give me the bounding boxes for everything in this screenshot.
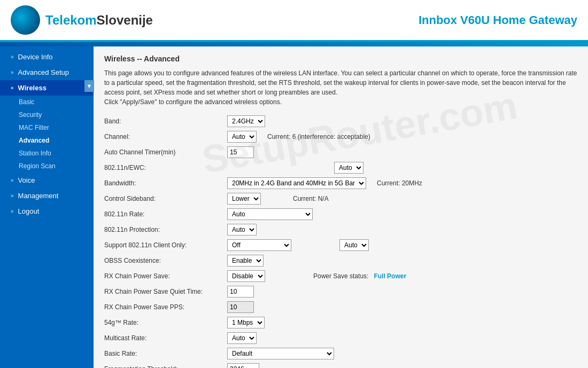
- sidebar-item-logout[interactable]: » Logout: [0, 203, 94, 219]
- arrow-icon: »: [11, 177, 14, 183]
- ewc-select[interactable]: Auto: [334, 162, 363, 174]
- arrow-icon: »: [11, 85, 14, 91]
- obss-label: OBSS Coexistence:: [104, 257, 227, 264]
- basic-rate-select[interactable]: Default: [227, 348, 334, 359]
- logo-icon: [11, 5, 40, 35]
- rx-chain-select[interactable]: Disable: [227, 270, 265, 282]
- bandwidth-label: Bandwidth:: [104, 179, 227, 187]
- logo-area: TelekomSlovenije: [11, 5, 153, 35]
- rx-quiet-input[interactable]: [227, 286, 254, 297]
- rate-54g-row: 54g™ Rate: 1 Mbps: [104, 316, 577, 329]
- frag-label: Fragmentation Threshold:: [104, 365, 227, 368]
- page-description: This page allows you to configure advanc…: [104, 68, 577, 107]
- auto-channel-input[interactable]: [227, 146, 254, 158]
- header-title: Innbox V60U Home Gateway: [419, 13, 577, 27]
- channel-label: Channel:: [104, 133, 227, 140]
- frag-row: Fragmentation Threshold:: [104, 363, 577, 368]
- multicast-row: Multicast Rate: Auto: [104, 332, 577, 344]
- rate-54g-label: 54g™ Rate:: [104, 319, 227, 326]
- ewc-control: Auto: [227, 162, 577, 174]
- sidebar-label-security: Security: [19, 111, 42, 119]
- rx-pps-input[interactable]: [227, 301, 254, 313]
- band-select[interactable]: 2.4GHz: [227, 115, 265, 127]
- sidebar-sub-region-scan[interactable]: Region Scan: [0, 160, 94, 173]
- bandwidth-row: Bandwidth: 20MHz in 2.4G Band and 40MHz …: [104, 177, 577, 190]
- protection-select[interactable]: Auto: [227, 224, 257, 236]
- sidebar-item-voice[interactable]: » Voice: [0, 173, 94, 188]
- sidebar-label-device-info: Device Info: [18, 53, 53, 61]
- sidebar-item-device-info[interactable]: » Device Info: [0, 49, 94, 65]
- sidebar-item-wireless[interactable]: » Wireless: [0, 80, 94, 96]
- sideband-row: Control Sideband: Lower Current: N/A: [104, 192, 577, 205]
- bandwidth-control: 20MHz in 2.4G Band and 40MHz in 5G Band …: [227, 177, 577, 189]
- channel-row: Channel: Auto Current: 6 (interference: …: [104, 130, 577, 143]
- multicast-control: Auto: [227, 332, 577, 344]
- rx-chain-row: RX Chain Power Save: Disable Power Save …: [104, 270, 577, 283]
- obss-row: OBSS Coexistence: Enable: [104, 254, 577, 267]
- obss-select[interactable]: Enable: [227, 255, 264, 267]
- logo-text-1: Telekom: [45, 13, 97, 27]
- frag-control: [227, 363, 577, 368]
- rate-802-control: Auto: [227, 208, 577, 220]
- support-control: Off Auto: [227, 239, 577, 251]
- arrow-icon: »: [11, 54, 14, 60]
- arrow-icon: »: [11, 69, 14, 75]
- sideband-control: Lower Current: N/A: [227, 193, 577, 205]
- sidebar: » Device Info » Advanced Setup » Wireles…: [0, 46, 94, 368]
- sideband-select[interactable]: Lower: [227, 193, 261, 205]
- layout: » Device Info » Advanced Setup » Wireles…: [0, 46, 588, 368]
- channel-control: Auto Current: 6 (interference: acceptabl…: [227, 131, 577, 143]
- blue-bar: [0, 42, 588, 46]
- sidebar-label-logout: Logout: [18, 207, 40, 215]
- rx-quiet-row: RX Chain Power Save Quiet Time:: [104, 285, 577, 298]
- bandwidth-current: Current: 20MHz: [377, 179, 422, 187]
- arrow-icon: »: [11, 208, 14, 214]
- sidebar-sub-advanced[interactable]: Advanced: [0, 134, 94, 147]
- sidebar-sub-security[interactable]: Security: [0, 108, 94, 121]
- channel-select[interactable]: Auto: [227, 131, 257, 143]
- multicast-select[interactable]: Auto: [227, 332, 257, 344]
- channel-current: Current: 6 (interference: acceptable): [267, 133, 370, 140]
- protection-row: 802.11n Protection: Auto: [104, 223, 577, 236]
- rate-54g-control: 1 Mbps: [227, 317, 577, 328]
- rx-pps-row: RX Chain Power Save PPS:: [104, 301, 577, 314]
- power-save-value: Full Power: [374, 272, 406, 280]
- protection-label: 802.11n Protection:: [104, 226, 227, 233]
- protection-control: Auto: [227, 224, 577, 236]
- sideband-label: Control Sideband:: [104, 195, 227, 202]
- sidebar-sub-mac-filter[interactable]: MAC Filter: [0, 121, 94, 134]
- obss-control: Enable: [227, 255, 577, 267]
- bandwidth-select[interactable]: 20MHz in 2.4G Band and 40MHz in 5G Band: [227, 177, 366, 189]
- rx-pps-label: RX Chain Power Save PPS:: [104, 303, 227, 311]
- page-title: Wireless -- Advanced: [104, 54, 577, 63]
- rx-quiet-label: RX Chain Power Save Quiet Time:: [104, 288, 227, 295]
- rx-pps-control: [227, 301, 577, 313]
- rate-802-select[interactable]: Auto: [227, 208, 313, 220]
- auto-channel-label: Auto Channel Timer(min): [104, 148, 227, 156]
- main-content: SetupRouter.com Wireless -- Advanced Thi…: [94, 46, 588, 368]
- sidebar-label-station-info: Station Info: [19, 150, 51, 157]
- support-row: Support 802.11n Client Only: Off Auto: [104, 239, 577, 252]
- sidebar-label-advanced: Advanced: [19, 137, 49, 144]
- power-save-label: Power Save status:: [313, 272, 368, 280]
- sidebar-sub-station-info[interactable]: Station Info: [0, 147, 94, 160]
- support-select2[interactable]: Auto: [339, 239, 369, 251]
- sidebar-item-advanced-setup[interactable]: » Advanced Setup: [0, 65, 94, 80]
- sidebar-label-basic: Basic: [19, 98, 34, 106]
- frag-input[interactable]: [227, 363, 259, 368]
- support-select[interactable]: Off: [227, 239, 291, 251]
- rate-802-row: 802.11n Rate: Auto: [104, 208, 577, 221]
- basic-rate-control: Default: [227, 348, 577, 359]
- sidebar-item-management[interactable]: » Management: [0, 188, 94, 203]
- ewc-label: 802.11n/EWC:: [104, 164, 227, 171]
- rate-802-label: 802.11n Rate:: [104, 210, 227, 218]
- sidebar-sub-basic[interactable]: Basic: [0, 96, 94, 108]
- band-control: 2.4GHz: [227, 115, 577, 127]
- rate-54g-select[interactable]: 1 Mbps: [227, 317, 265, 328]
- ewc-row: 802.11n/EWC: Auto: [104, 161, 577, 174]
- sidebar-toggle[interactable]: ▼: [84, 80, 94, 92]
- page-desc-text2: Click "Apply/Save" to configure the adva…: [104, 98, 282, 106]
- band-row: Band: 2.4GHz: [104, 115, 577, 128]
- header: TelekomSlovenije Innbox V60U Home Gatewa…: [0, 0, 588, 42]
- multicast-label: Multicast Rate:: [104, 334, 227, 342]
